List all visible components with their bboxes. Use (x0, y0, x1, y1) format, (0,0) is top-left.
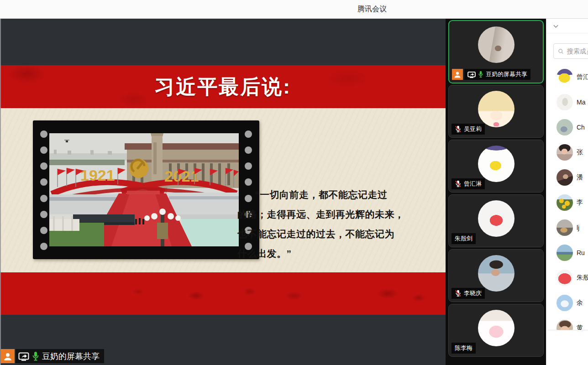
member-name: 张 (577, 148, 583, 156)
chevron-down-icon[interactable] (552, 23, 559, 30)
avatar (556, 295, 573, 311)
member-row[interactable]: 朱殷剑 (546, 265, 588, 290)
member-row[interactable]: lj (546, 215, 588, 240)
slide-title-banner: 习近平最后说: (0, 65, 446, 108)
meeting-window: 腾讯会议 习近平最后说: (0, 0, 588, 365)
search-input[interactable] (567, 47, 588, 55)
member-name: 余 (577, 299, 583, 307)
avatar (556, 245, 573, 261)
tile-label: 李晓庆 (452, 288, 485, 299)
avatar (478, 26, 514, 63)
tile-label: 豆奶的屏幕共享 (452, 69, 530, 80)
member-row[interactable]: 潘 (546, 165, 588, 190)
tile-label: 曾汇淋 (452, 178, 485, 189)
avatar (556, 194, 573, 211)
overlapping-window-edge (547, 330, 588, 365)
avatar (478, 91, 514, 127)
tile-label: 陈李梅 (452, 343, 476, 354)
svg-text:1921: 1921 (80, 167, 115, 184)
participant-name: 豆奶的屏幕共享 (486, 70, 527, 78)
member-name: Ch (577, 124, 585, 131)
avatar (556, 94, 573, 110)
avatar (478, 255, 514, 292)
member-row[interactable]: Ma (546, 89, 588, 115)
screen-share-icon (18, 352, 29, 361)
quote-line: 的路；走得再远、走到再光辉的未来， (237, 204, 404, 224)
video-tile-strip: 豆奶的屏幕共享 吴亚莉 曾汇淋 (446, 19, 546, 365)
person-icon (452, 69, 463, 80)
member-name: lj (577, 224, 579, 231)
video-tile[interactable]: 吴亚莉 (448, 85, 544, 138)
avatar (556, 119, 573, 136)
slide-quote: “一切向前走，都不能忘记走过 的路；走得再远、走到再光辉的未来， 也不能忘记走过… (237, 185, 404, 263)
participant-name: 吴亚莉 (464, 125, 482, 133)
slide-title: 习近平最后说: (154, 73, 291, 100)
member-row[interactable]: Ch (546, 115, 588, 140)
member-row[interactable]: 张 (546, 140, 588, 165)
member-list-panel: 曾汇淋 Ma Ch 张 潘 李 lj Ru 朱殷剑 余 黄 (546, 19, 588, 365)
mic-muted-icon (455, 125, 462, 133)
member-name: 曾汇淋 (577, 73, 588, 81)
video-tile[interactable]: 曾汇淋 (448, 140, 544, 193)
participant-name: 曾汇淋 (464, 180, 482, 188)
video-tile[interactable]: 李晓庆 (448, 249, 544, 302)
mic-on-icon (32, 351, 39, 361)
sharing-indicator-label: 豆奶的屏幕共享 (42, 351, 100, 362)
tile-label: 吴亚莉 (452, 124, 485, 135)
film-holes-left (40, 130, 47, 250)
mic-muted-icon (455, 290, 462, 297)
member-name: Ma (577, 99, 585, 106)
member-name: 朱殷剑 (577, 274, 588, 282)
quote-line: 也不能忘记走过的过去，不能忘记为 (237, 224, 404, 244)
member-name: 李 (577, 198, 583, 207)
mic-on-icon (478, 71, 483, 78)
sharing-indicator: 豆奶的屏幕共享 (1, 349, 104, 363)
video-tile-sharer[interactable]: 豆奶的屏幕共享 (448, 20, 544, 83)
slide-body: 1921 2021 (0, 108, 446, 272)
member-list: 曾汇淋 Ma Ch 张 潘 李 lj Ru 朱殷剑 余 黄 (546, 64, 588, 340)
avatar (478, 200, 514, 237)
participant-name: 朱殷剑 (455, 235, 472, 243)
avatar (478, 310, 514, 346)
member-row[interactable]: 余 (546, 290, 588, 315)
member-name: 潘 (577, 173, 583, 182)
person-icon (1, 349, 15, 363)
video-tile[interactable]: 朱殷剑 (448, 194, 544, 247)
search-icon (558, 48, 564, 55)
window-edge-line (0, 19, 1, 365)
quote-line: “一切向前走，都不能忘记走过 (237, 185, 404, 204)
panel-header (546, 19, 588, 33)
participant-name: 李晓庆 (464, 289, 482, 297)
title-bar: 腾讯会议 (0, 0, 588, 19)
search-box[interactable] (553, 43, 588, 59)
avatar (556, 270, 573, 286)
tiananmen-photo: 1921 2021 (49, 133, 239, 246)
video-tile[interactable]: 陈李梅 (448, 304, 544, 357)
member-row[interactable]: Ru (546, 240, 588, 265)
member-name: Ru (577, 249, 585, 256)
tile-label: 朱殷剑 (452, 233, 476, 244)
slide-bottom-band (0, 272, 446, 315)
member-row[interactable]: 曾汇淋 (546, 64, 588, 89)
avatar (556, 169, 573, 186)
screen-share-icon (467, 71, 476, 78)
quote-line: 什么出发。” (237, 244, 404, 263)
avatar (556, 219, 573, 236)
avatar (478, 146, 514, 182)
avatar (556, 69, 573, 85)
mic-muted-icon (455, 180, 462, 188)
window-title: 腾讯会议 (357, 5, 387, 14)
film-strip-frame: 1921 2021 (33, 120, 259, 259)
shared-screen-area: 习近平最后说: (0, 19, 446, 365)
member-row[interactable]: 李 (546, 190, 588, 215)
avatar (556, 144, 573, 161)
participant-name: 陈李梅 (455, 344, 472, 352)
